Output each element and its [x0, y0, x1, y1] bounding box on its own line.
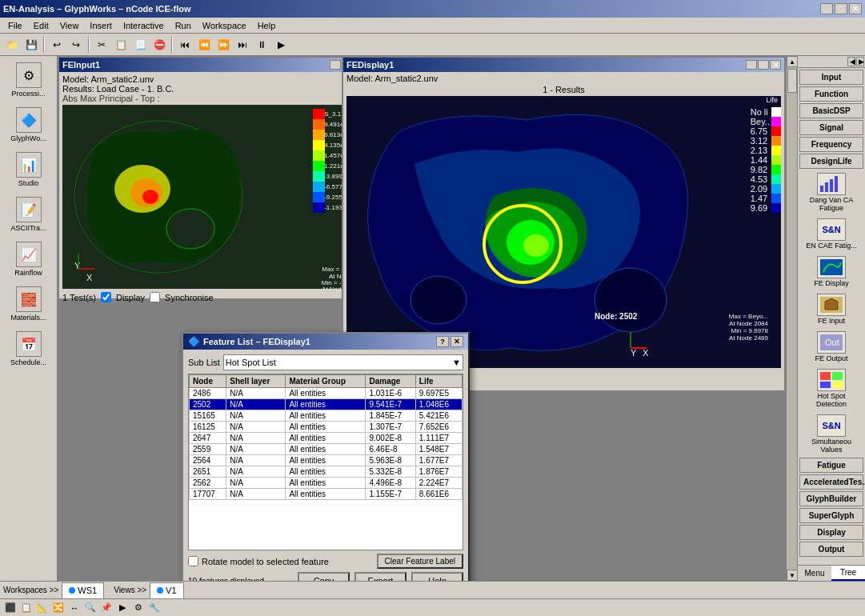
palette-item-dangvan[interactable]: Dang Van CA Fatigue	[799, 170, 863, 214]
palette-item-hotspot[interactable]: Hot Spot Detection	[799, 366, 863, 410]
toolbar-play[interactable]: ▶	[272, 36, 290, 54]
copy-btn[interactable]: Copy	[298, 572, 350, 581]
palette-item-simultaneous[interactable]: S&N Simultaneou Values	[799, 412, 863, 456]
toolbar-rewind[interactable]: ⏮	[176, 36, 194, 54]
feature-list-titlebar[interactable]: 🔷 Feature List – FEDisplay1 ? ✕	[183, 334, 468, 350]
palette-menu-tab[interactable]: Menu	[798, 566, 831, 581]
bottom-btn-9[interactable]: ⚙	[131, 601, 146, 615]
dialog-table-scroll[interactable]: Node Shell layer Material Group Damage L…	[189, 374, 463, 518]
palette-arrow-right[interactable]: ▶	[856, 57, 864, 66]
menu-file[interactable]: File	[3, 19, 27, 32]
sidebar-item-studio[interactable]: 📊 Studio	[3, 149, 54, 190]
palette-item-encae[interactable]: S&N EN CAE Fatig...	[799, 216, 863, 252]
workspaces-label[interactable]: Workspaces >>	[3, 586, 58, 594]
palette-section-superglyph[interactable]: SuperGlyph	[799, 508, 863, 523]
bottom-btn-1[interactable]: ⬛	[3, 601, 18, 615]
menu-view[interactable]: View	[55, 19, 84, 32]
export-btn[interactable]: Export	[354, 572, 406, 581]
palette-section-display[interactable]: Display	[799, 525, 863, 540]
menu-help[interactable]: Help	[253, 19, 281, 32]
sidebar-item-schedule[interactable]: 📅 Schedule...	[3, 328, 54, 370]
sidebar-item-processing[interactable]: ⚙ Processi...	[3, 59, 54, 101]
fedisplay-close-btn[interactable]: ✕	[770, 60, 781, 70]
table-row[interactable]: 2647 N/A All entities 9.002E-8 1.111E7	[190, 433, 463, 444]
table-row[interactable]: 2486 N/A All entities 1.031E-6 9.697E5	[190, 388, 463, 399]
fedisplay-titlebar[interactable]: FEDisplay1 _ □ ✕	[343, 58, 784, 72]
feinput-sync-checkbox[interactable]	[150, 292, 160, 302]
palette-arrow-left[interactable]: ◀	[847, 57, 855, 66]
dialog-close-btn[interactable]: ✕	[451, 336, 463, 347]
bottom-btn-6[interactable]: 🔍	[83, 601, 98, 615]
menu-edit[interactable]: Edit	[29, 19, 54, 32]
toolbar-pause[interactable]: ⏸	[253, 36, 270, 54]
palette-section-function[interactable]: Function	[799, 86, 863, 102]
v1-tab[interactable]: V1	[150, 582, 183, 598]
palette-item-feinput[interactable]: FE Input	[799, 291, 863, 327]
table-row[interactable]: 2502 N/A All entities 9.541E-7 1.048E6	[190, 399, 463, 410]
feinput-titlebar[interactable]: FEInput1 _ □ ✕	[59, 58, 368, 72]
toolbar-undo[interactable]: ↩	[48, 36, 66, 54]
sidebar-item-rainflow[interactable]: 📈 Rainflow	[3, 238, 54, 280]
bottom-btn-4[interactable]: 🔀	[51, 601, 66, 615]
palette-section-output[interactable]: Output	[799, 542, 863, 557]
maximize-btn[interactable]: □	[835, 3, 847, 14]
dialog-help-btn[interactable]: ?	[436, 336, 449, 347]
toolbar-stop[interactable]: ⛔	[150, 36, 168, 54]
fedisplay-max-btn[interactable]: □	[758, 60, 769, 70]
table-row[interactable]: 2564 N/A All entities 5.963E-8 1.677E7	[190, 455, 463, 466]
palette-section-signal[interactable]: Signal	[799, 120, 863, 135]
table-row[interactable]: 17707 N/A All entities 1.155E-7 8.661E6	[190, 489, 463, 500]
toolbar-open[interactable]: 📁	[3, 36, 21, 54]
menu-workspace[interactable]: Workspace	[198, 19, 251, 32]
menu-insert[interactable]: Insert	[85, 19, 117, 32]
toolbar-prev[interactable]: ⏪	[195, 36, 213, 54]
sidebar-item-glyphworks[interactable]: 🔷 GlyphWo...	[3, 104, 54, 146]
sidebar-item-asciitra[interactable]: 📝 ASCIITra...	[3, 194, 54, 235]
toolbar-save[interactable]: 💾	[22, 36, 40, 54]
palette-section-basicdsp[interactable]: BasicDSP	[799, 103, 863, 118]
feinput-min-btn[interactable]: _	[330, 60, 341, 70]
bottom-btn-10[interactable]: 🔧	[147, 601, 162, 615]
scroll-down-btn[interactable]: ▼	[787, 570, 797, 581]
clear-feature-btn[interactable]: Clear Feature Label	[377, 554, 463, 569]
close-btn[interactable]: ✕	[849, 3, 862, 14]
table-row[interactable]: 2651 N/A All entities 5.332E-8 1.876E7	[190, 466, 463, 478]
toolbar-copy[interactable]: 📋	[112, 36, 130, 54]
rotate-checkbox[interactable]	[188, 556, 198, 566]
palette-tree-tab[interactable]: Tree	[831, 566, 865, 581]
table-row[interactable]: 2562 N/A All entities 4.496E-8 2.224E7	[190, 478, 463, 489]
palette-section-frequency[interactable]: Frequency	[799, 137, 863, 152]
minimize-btn[interactable]: _	[820, 3, 833, 14]
palette-item-feoutput[interactable]: Out FE Output	[799, 329, 863, 365]
menu-run[interactable]: Run	[170, 19, 196, 32]
scroll-up-btn[interactable]: ▲	[787, 56, 797, 67]
menu-interactive[interactable]: Interactive	[118, 19, 169, 32]
table-row[interactable]: 15165 N/A All entities 1.845E-7 5.421E6	[190, 410, 463, 422]
table-row[interactable]: 2559 N/A All entities 6.46E-8 1.548E7	[190, 444, 463, 455]
views-label[interactable]: Views >>	[114, 586, 146, 594]
palette-section-accelerated[interactable]: AcceleratedTes...	[799, 474, 863, 490]
bottom-btn-8[interactable]: ▶	[115, 601, 130, 615]
toolbar-paste[interactable]: 📃	[131, 36, 149, 54]
feinput-display-checkbox[interactable]	[101, 292, 111, 302]
toolbar-cut[interactable]: ✂	[93, 36, 110, 54]
palette-section-input[interactable]: Input	[799, 70, 863, 85]
sidebar-item-materials[interactable]: 🧱 Materials...	[3, 283, 54, 325]
palette-section-designlife[interactable]: DesignLife	[799, 154, 863, 169]
toolbar-next[interactable]: ⏩	[214, 36, 232, 54]
table-row[interactable]: 16125 N/A All entities 1.307E-7 7.652E6	[190, 422, 463, 433]
toolbar-redo[interactable]: ↪	[67, 36, 85, 54]
ws1-tab[interactable]: WS1	[62, 582, 104, 598]
help-btn2[interactable]: Help	[411, 572, 463, 581]
palette-section-glyphbuilder[interactable]: GlyphBuilder	[799, 491, 863, 506]
bottom-btn-3[interactable]: 📐	[35, 601, 50, 615]
palette-section-fatigue[interactable]: Fatigue	[799, 458, 863, 473]
scroll-thumb[interactable]	[787, 69, 797, 93]
toolbar-end[interactable]: ⏭	[234, 36, 251, 54]
palette-item-fedisplay[interactable]: FE Display	[799, 254, 863, 290]
bottom-btn-2[interactable]: 📋	[19, 601, 34, 615]
bottom-btn-5[interactable]: ↔	[67, 601, 82, 615]
fedisplay-min-btn[interactable]: _	[746, 60, 757, 70]
bottom-btn-7[interactable]: 📌	[99, 601, 114, 615]
dialog-sublist-combo[interactable]: Hot Spot List ▼	[223, 354, 463, 370]
